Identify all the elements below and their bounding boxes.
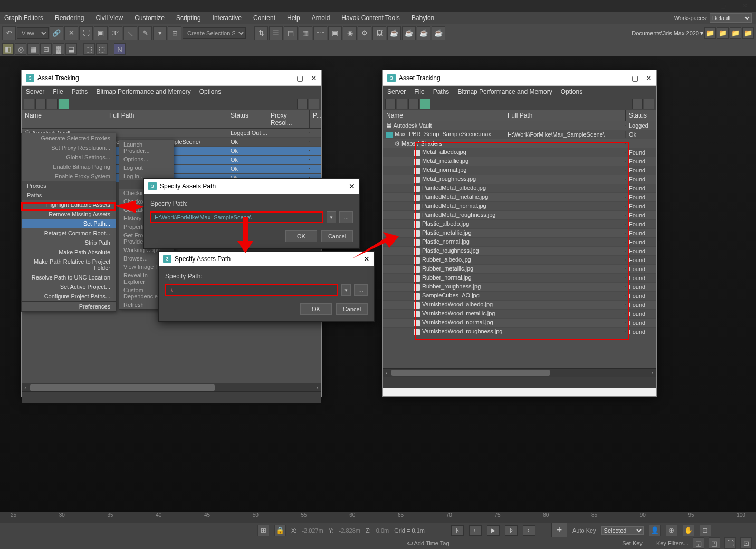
nav7-icon[interactable]: ⛶ — [724, 537, 736, 549]
menu-scripting[interactable]: Scripting — [176, 14, 201, 22]
file-row[interactable]: VarnishedWood_metallic.jpgFound — [383, 310, 656, 319]
tb2-3-icon[interactable]: ▦ — [27, 43, 39, 55]
win2-max-icon[interactable]: ▢ — [631, 74, 638, 82]
nav8-icon[interactable]: ⊡ — [740, 537, 752, 549]
tb2-9-icon[interactable]: N — [114, 43, 126, 55]
unlink-icon[interactable]: ✕ — [64, 26, 78, 40]
file-row[interactable]: PaintedMetal_metallic.jpgFound — [383, 193, 656, 202]
viewlabel-dropdown[interactable]: View — [17, 27, 49, 39]
render-frame-icon[interactable]: 🖼 — [372, 26, 386, 40]
mi-strip[interactable]: Strip Path — [22, 238, 116, 247]
win2-min-icon[interactable]: — — [617, 74, 624, 82]
tb2-7-icon[interactable]: ⬚ — [83, 43, 95, 55]
mi-enable-proxy[interactable]: Enable Proxy System — [22, 171, 116, 181]
teapot1-icon[interactable]: ☕ — [387, 26, 401, 40]
nav5-icon[interactable]: ◲ — [693, 537, 704, 549]
dlg2-ok-button[interactable]: OK — [300, 303, 332, 315]
dlg2-close-icon[interactable]: ✕ — [363, 255, 370, 263]
window-maximize[interactable]: ▢ — [712, 0, 734, 12]
tb2-6-icon[interactable]: ⬓ — [65, 43, 77, 55]
paint-icon[interactable]: ✎ — [138, 26, 152, 40]
at2-tool1-icon[interactable] — [385, 99, 396, 109]
win-max-icon[interactable]: ▢ — [296, 74, 303, 82]
proj-icon1[interactable]: 📁 — [704, 27, 716, 39]
lasso-icon[interactable]: ◺ — [123, 26, 137, 40]
window-minimize[interactable]: — — [690, 0, 712, 12]
file-row[interactable]: Plastic_roughness.jpgFound — [383, 247, 656, 256]
link-icon[interactable]: 🔗 — [50, 26, 63, 40]
at2-refresh-icon[interactable] — [632, 99, 643, 109]
layers-icon[interactable]: ▤ — [284, 26, 298, 40]
file-row[interactable]: PaintedMetal_roughness.jpgFound — [383, 211, 656, 220]
nav1-icon[interactable]: 👤 — [649, 525, 661, 536]
proj-icon4[interactable]: 📁 — [742, 27, 754, 39]
at-tool2-icon[interactable] — [35, 99, 46, 109]
dlg1-browse-button[interactable]: ... — [339, 211, 353, 223]
curve-editor-icon[interactable]: 〰 — [313, 26, 327, 40]
nav2-icon[interactable]: ⊕ — [666, 525, 677, 536]
col-fullpath[interactable]: Full Path — [106, 110, 227, 128]
win-min-icon[interactable]: — — [282, 74, 289, 82]
at2-menu-file[interactable]: File — [414, 88, 424, 95]
at-help-icon[interactable] — [309, 99, 319, 109]
mi-remove-missing[interactable]: Remove Missing Assets — [22, 209, 116, 219]
align-icon[interactable]: ☰ — [269, 26, 283, 40]
col2-fullpath[interactable]: Full Path — [504, 110, 626, 121]
play-icon[interactable]: ▶ — [487, 525, 500, 536]
row2-maps[interactable]: ⚙ Maps / Shaders — [383, 139, 656, 148]
nav4-icon[interactable]: ⊡ — [700, 525, 711, 536]
select-icon[interactable]: ▣ — [94, 26, 108, 40]
menu-babylon[interactable]: Babylon — [412, 14, 434, 22]
file-row[interactable]: Metal_roughness.jpgFound — [383, 175, 656, 184]
file-row[interactable]: Rubber_roughness.jpgFound — [383, 283, 656, 292]
schematic-icon[interactable]: ▣ — [328, 26, 342, 40]
mi-retarget[interactable]: Retarget Common Root... — [22, 228, 116, 238]
setkey-button[interactable]: Set Key — [622, 540, 643, 546]
col-status[interactable]: Status — [227, 110, 267, 128]
nav3-icon[interactable]: ✋ — [683, 525, 694, 536]
mi2-logout[interactable]: Log out — [119, 163, 174, 172]
bind-icon[interactable]: ⛶ — [79, 26, 93, 40]
menu-content[interactable]: Content — [253, 14, 275, 22]
dlg2-dropdown-icon[interactable]: ▼ — [341, 284, 351, 296]
mi-highlight[interactable]: Highlight Editable Assets — [22, 200, 116, 209]
angle-snap-icon[interactable]: 3° — [109, 26, 122, 40]
key-plus-icon[interactable]: + — [551, 523, 567, 538]
render-setup-icon[interactable]: ⚙ — [358, 26, 371, 40]
iso-icon[interactable]: ⊞ — [257, 525, 269, 536]
at2-help-icon[interactable] — [644, 99, 654, 109]
mi-global-settings[interactable]: Global Settings... — [22, 152, 116, 162]
proj-icon3[interactable]: 📁 — [730, 27, 741, 39]
file-row[interactable]: PaintedMetal_albedo.jpgFound — [383, 184, 656, 193]
next-frame-icon[interactable]: |› — [505, 525, 518, 536]
selection-set-dropdown[interactable]: Create Selection Se — [183, 27, 246, 39]
mi-set-proxy-res[interactable]: Set Proxy Resolution... — [22, 143, 116, 152]
at2-menu-server[interactable]: Server — [387, 88, 406, 95]
redo-icon[interactable]: ↶ — [2, 26, 16, 40]
dlg2-path-input[interactable] — [165, 284, 338, 296]
menu-graph-editors[interactable]: Graph Editors — [4, 14, 43, 22]
at-menu-bitmap[interactable]: Bitmap Performance and Memory — [96, 88, 190, 95]
mi-enable-bitmap[interactable]: Enable Bitmap Paging — [22, 162, 116, 171]
file-row[interactable]: Metal_albedo.jpgFound — [383, 148, 656, 157]
teapot2-icon[interactable]: ☕ — [402, 26, 416, 40]
tb2-5-icon[interactable]: ▓ — [53, 43, 64, 55]
window-close[interactable]: ✕ — [734, 0, 756, 12]
at2-menu-options[interactable]: Options — [561, 88, 582, 95]
file-row[interactable]: VarnishedWood_roughness.jpgFound — [383, 328, 656, 336]
menu-havok[interactable]: Havok Content Tools — [341, 14, 400, 22]
mi-config-paths[interactable]: Configure Project Paths... — [22, 292, 116, 301]
goto-start-icon[interactable]: |‹ — [451, 525, 464, 536]
file-row[interactable]: Metal_normal.jpgFound — [383, 166, 656, 175]
scrollbar-h-left[interactable]: ‹ › — [22, 383, 321, 391]
proj-icon2[interactable]: 📁 — [717, 27, 729, 39]
menu-help[interactable]: Help — [287, 14, 300, 22]
keyfilters-button[interactable]: Key Filters... — [656, 540, 688, 546]
menu-interactive[interactable]: Interactive — [213, 14, 242, 22]
at2-tool4-icon[interactable] — [420, 99, 430, 109]
win2-close-icon[interactable]: ✕ — [646, 74, 652, 82]
at-tool1-icon[interactable] — [24, 99, 34, 109]
mirror-icon[interactable]: ⇅ — [254, 26, 268, 40]
mi-unc[interactable]: Resolve Path to UNC Location — [22, 273, 116, 282]
mi-prefs[interactable]: Preferences — [22, 302, 116, 311]
